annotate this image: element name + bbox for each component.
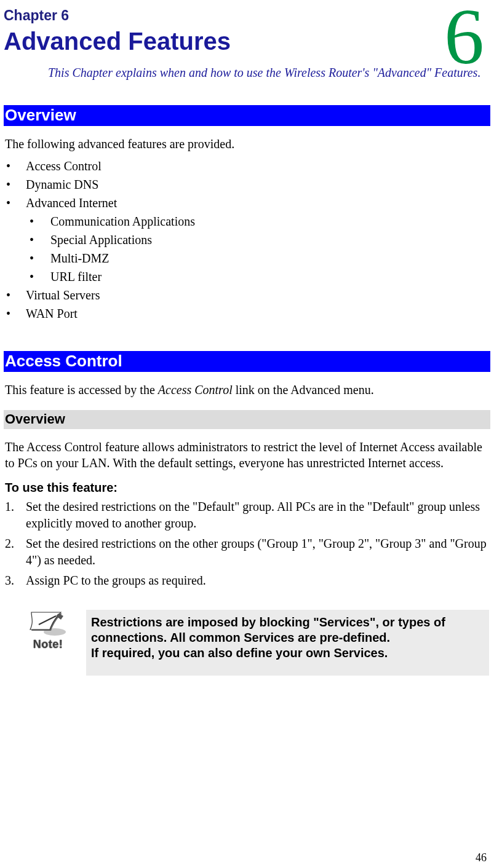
list-item-label: Advanced Internet	[26, 196, 117, 210]
note-callout: Note! Restrictions are imposed by blocki…	[20, 610, 489, 676]
chapter-label: Chapter 6	[4, 7, 490, 24]
document-page: 6 Chapter 6 Advanced Features This Chapt…	[0, 0, 494, 868]
overview-list: Access Control Dynamic DNS Advanced Inte…	[5, 157, 490, 323]
page-number: 46	[476, 851, 487, 864]
list-item: URL filter	[26, 267, 490, 286]
subsubsection-heading: To use this feature:	[5, 481, 490, 495]
subsection-heading-overview: Overview	[4, 410, 490, 429]
emphasis-text: Access Control	[158, 383, 233, 397]
chapter-header: 6 Chapter 6 Advanced Features	[4, 7, 490, 55]
section-heading-overview: Overview	[4, 105, 490, 126]
note-line: Restrictions are imposed by blocking "Se…	[91, 615, 445, 644]
overview-lead: The following advanced features are prov…	[5, 136, 489, 152]
note-icon: Note!	[20, 610, 76, 651]
section-heading-access-control: Access Control	[4, 351, 490, 372]
note-text: Restrictions are imposed by blocking "Se…	[86, 610, 489, 676]
text-fragment: This feature is accessed by the	[5, 383, 158, 397]
list-item: Special Applications	[26, 231, 490, 249]
chapter-title: Advanced Features	[4, 28, 490, 55]
chapter-intro: This Chapter explains when and how to us…	[48, 65, 483, 81]
list-item: WAN Port	[5, 304, 490, 323]
list-item: Set the desired restrictions on the othe…	[5, 535, 489, 569]
list-item: Communication Applications	[26, 212, 490, 231]
list-item: Multi-DMZ	[26, 249, 490, 267]
list-item: Assign PC to the groups as required.	[5, 572, 489, 589]
list-item: Access Control	[5, 157, 490, 175]
list-item: Dynamic DNS	[5, 175, 490, 194]
access-lead: This feature is accessed by the Access C…	[5, 382, 489, 398]
access-overview-body: The Access Control feature allows admini…	[5, 439, 489, 471]
note-line: If required, you can also define your ow…	[91, 646, 388, 660]
steps-list: Set the desired restrictions on the "Def…	[5, 499, 489, 589]
list-item: Virtual Servers	[5, 286, 490, 304]
list-item: Advanced Internet Communication Applicat…	[5, 194, 490, 286]
note-icon-label: Note!	[20, 638, 76, 651]
nested-list: Communication Applications Special Appli…	[26, 212, 490, 286]
text-fragment: link on the Advanced menu.	[233, 383, 374, 397]
list-item: Set the desired restrictions on the "Def…	[5, 499, 489, 532]
chapter-numeral: 6	[444, 0, 484, 76]
